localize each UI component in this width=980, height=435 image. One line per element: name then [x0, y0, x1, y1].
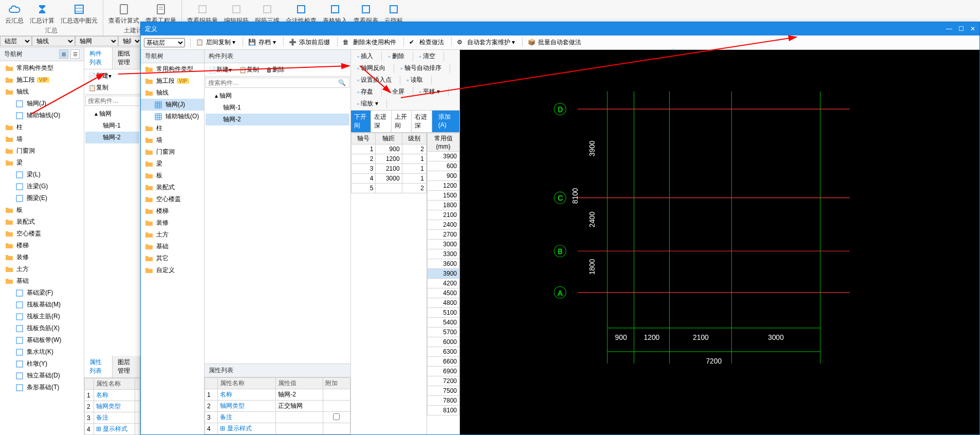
common-value[interactable]: 3300 — [428, 249, 459, 259]
common-value[interactable]: 4200 — [428, 279, 459, 288]
canvas-tool-btn[interactable]: ▫读取 — [403, 75, 426, 85]
tree-item[interactable]: 轴网-2 — [85, 132, 139, 143]
common-value[interactable]: 6900 — [428, 367, 459, 376]
canvas-tool-btn[interactable]: ▫设置插入点 — [354, 75, 395, 85]
search-icon[interactable]: 🔍 — [335, 78, 349, 87]
common-value[interactable]: 2400 — [428, 220, 459, 230]
nav-item[interactable]: 圈梁(E) — [0, 192, 84, 204]
dialog-level-select[interactable]: 基础层 — [144, 38, 185, 47]
nav-item[interactable]: 施工段VIP — [0, 74, 84, 86]
axis-row[interactable]: 19002 — [352, 144, 427, 154]
common-value[interactable]: 4500 — [428, 288, 459, 298]
axis-tab-right[interactable]: 右进深 — [412, 111, 432, 132]
dlg-nav-item[interactable]: 轴线 — [141, 87, 204, 99]
dlg-nav-item[interactable]: 土方 — [141, 229, 204, 241]
dlg-nav-item[interactable]: 其它 — [141, 252, 204, 264]
copy-button[interactable]: 📋复制 — [85, 82, 112, 93]
common-value[interactable]: 5700 — [428, 328, 459, 337]
nav-item[interactable]: 墙 — [0, 133, 84, 145]
dlg-toolbar-btn[interactable]: 🗑删除未使用构件 — [340, 37, 399, 48]
dlg-toolbar-btn[interactable]: 💾存档 ▾ — [245, 37, 279, 48]
nav-item[interactable]: 基础 — [0, 275, 84, 287]
dlg-copy-button[interactable]: 📋复制 — [236, 64, 262, 75]
dlg-nav-item[interactable]: 空心楼盖 — [141, 193, 204, 205]
common-value[interactable]: 6300 — [428, 347, 459, 357]
nav-item[interactable]: 楼梯 — [0, 240, 84, 251]
prop-checkbox[interactable] — [333, 413, 340, 420]
nav-item[interactable]: 筏板基础(M) — [0, 299, 84, 311]
canvas-tool-btn[interactable]: ▫平移 ▾ — [416, 86, 443, 97]
axis-row[interactable]: 212001 — [352, 154, 427, 164]
dlg-search-input[interactable] — [206, 78, 335, 87]
dlg-tree-item[interactable]: 轴网-1 — [206, 102, 349, 114]
type-select[interactable]: 轴网 — [75, 36, 118, 46]
common-value[interactable]: 600 — [428, 161, 459, 171]
nav-item[interactable]: 梁 — [0, 157, 84, 169]
ribbon-btn-calcview[interactable]: 查看计算式 — [107, 2, 140, 26]
canvas-tool-btn[interactable]: ▫插入 — [354, 51, 376, 62]
common-value[interactable]: 5400 — [428, 318, 459, 328]
dlg-nav-subitem[interactable]: 轴网(J) — [141, 99, 204, 111]
common-value[interactable]: 3000 — [428, 240, 459, 249]
nav-item[interactable]: 筏板主筋(R) — [0, 311, 84, 322]
nav-item[interactable]: 空心楼盖 — [0, 228, 84, 240]
axis-row[interactable]: 52 — [352, 184, 427, 193]
common-value[interactable]: 6600 — [428, 357, 459, 367]
common-value[interactable]: 3900 — [428, 269, 459, 279]
axis-tab-bottom[interactable]: 下开间 — [351, 111, 371, 132]
dlg-nav-item[interactable]: 板 — [141, 170, 204, 182]
dlg-nav-item[interactable]: 施工段VIP — [141, 75, 204, 87]
nav-item[interactable]: 板 — [0, 204, 84, 216]
common-value[interactable]: 1200 — [428, 181, 459, 191]
dlg-toolbar-btn[interactable]: 📋层间复制 ▾ — [193, 37, 238, 48]
dlg-tree-item[interactable]: ▴ 轴网 — [206, 90, 349, 102]
canvas-tool-btn[interactable]: ▫全屏 — [385, 86, 407, 97]
close-icon[interactable]: ✕ — [970, 25, 975, 32]
nav-item[interactable]: 连梁(G) — [0, 180, 84, 192]
tab-components[interactable]: 构件列表 — [84, 47, 113, 69]
common-value[interactable]: 5100 — [428, 308, 459, 318]
ribbon-btn-cloud-sum[interactable]: 云汇总 — [4, 2, 25, 26]
add-button[interactable]: 添加(A) — [432, 111, 459, 132]
nav-item[interactable]: 条形基础(T) — [0, 382, 84, 393]
common-value[interactable]: 2100 — [428, 210, 459, 220]
common-value[interactable]: 1800 — [428, 201, 459, 210]
dlg-toolbar-btn[interactable]: ⚙自动套方案维护 ▾ — [454, 37, 518, 48]
list-view-icon[interactable]: ☰ — [70, 49, 80, 59]
dlg-nav-item[interactable]: 梁 — [141, 158, 204, 170]
level-select[interactable]: 础层 — [0, 36, 32, 46]
nav-item[interactable]: 轴网(J) — [0, 98, 84, 110]
nav-item[interactable]: 柱 — [0, 121, 84, 133]
nav-item[interactable]: 辅助轴线(O) — [0, 110, 84, 121]
common-values-table[interactable]: 常用值(mm) 60090012001500180021002400270030… — [427, 133, 459, 415]
axis-table[interactable]: 轴号 轴距 级别 1900221200132100143000152 — [351, 133, 427, 193]
tab-props[interactable]: 属性列表 — [84, 356, 113, 377]
dlg-nav-item[interactable]: 常用构件类型 — [141, 63, 204, 75]
instance-select[interactable]: 轴网-2 — [118, 36, 142, 46]
dlg-new-button[interactable]: 📄新建▾ — [206, 64, 235, 75]
tab-layers[interactable]: 图层管理 — [113, 356, 141, 377]
nav-item[interactable]: 常用构件类型 — [0, 62, 84, 74]
grid-canvas[interactable]: D C B A 3900 2400 1800 8100 900 1200 210… — [460, 50, 979, 434]
nav-item[interactable]: 装修 — [0, 251, 84, 263]
dlg-nav-subitem[interactable]: 辅助轴线(O) — [141, 111, 204, 122]
axis-row[interactable]: 321001 — [352, 164, 427, 174]
common-value-input[interactable] — [430, 153, 457, 160]
new-button[interactable]: 📄新建▾ — [85, 70, 115, 81]
axis-row[interactable]: 430001 — [352, 174, 427, 184]
common-value[interactable]: 6000 — [428, 337, 459, 347]
common-value[interactable]: 2700 — [428, 230, 459, 240]
tab-drawings[interactable]: 图纸管理 — [113, 47, 141, 69]
common-value[interactable]: 8100 — [428, 406, 459, 415]
nav-item[interactable]: 筏板负筋(X) — [0, 322, 84, 334]
tree-item[interactable]: ▴ 轴网 — [85, 108, 139, 120]
canvas-tool-btn[interactable]: ▫删除 — [385, 51, 407, 62]
common-value[interactable]: 3600 — [428, 259, 459, 269]
common-value[interactable]: 7800 — [428, 396, 459, 406]
canvas-tool-btn[interactable]: ▫清空 — [416, 51, 438, 62]
dlg-toolbar-btn[interactable]: ✔检查做法 — [406, 37, 447, 48]
minimize-icon[interactable]: — — [946, 25, 952, 32]
canvas-tool-btn[interactable]: ▫缩放 ▾ — [354, 98, 381, 109]
dlg-nav-item[interactable]: 装修 — [141, 217, 204, 229]
nav-item[interactable]: 集水坑(K) — [0, 346, 84, 358]
